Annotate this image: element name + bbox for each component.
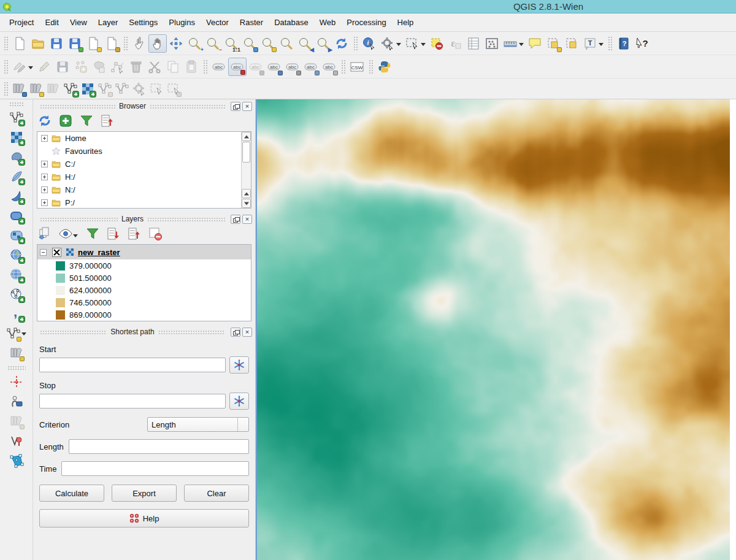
measure-button[interactable] (501, 34, 519, 53)
label-pin-button[interactable] (228, 58, 247, 76)
zoom-full-button[interactable] (240, 34, 259, 53)
add-georaster-layer-button[interactable] (8, 227, 25, 244)
menu-raster[interactable]: Raster (234, 15, 269, 29)
db-import-layer-button[interactable] (10, 80, 28, 98)
menu-help[interactable]: Help (392, 15, 420, 29)
add-feature-button[interactable] (72, 58, 90, 76)
add-wcs-layer-button[interactable] (8, 266, 25, 283)
open-project-button[interactable] (29, 34, 47, 53)
new-composer-button[interactable] (84, 34, 102, 53)
frame-edit-button[interactable] (165, 80, 182, 98)
copy-features-button[interactable] (164, 58, 182, 76)
browser-scrollbar[interactable] (241, 132, 251, 208)
zoom-native-button[interactable]: 1:1 (222, 34, 240, 53)
filter-legend-button[interactable] (85, 226, 101, 242)
browser-add-directory-button[interactable] (58, 113, 74, 129)
expand-all-button[interactable] (105, 226, 121, 242)
help-button[interactable]: Help (39, 509, 249, 527)
deselect-features-button[interactable] (427, 34, 446, 53)
cut-features-button[interactable] (145, 58, 164, 76)
start-input[interactable] (39, 358, 226, 372)
browser-item-h[interactable]: H:/ (37, 171, 251, 183)
legend-item[interactable]: 624.000000 (37, 284, 251, 296)
help-contents-button[interactable] (615, 34, 633, 53)
menu-database[interactable]: Database (269, 15, 314, 29)
current-edits-button[interactable] (10, 58, 29, 76)
metasearch-csw-button[interactable] (348, 58, 366, 76)
label-edit-button[interactable] (320, 58, 339, 76)
plugin-polygon-button[interactable] (8, 452, 25, 469)
toolbar-grip[interactable] (9, 102, 24, 106)
collapse-all-button[interactable] (126, 226, 142, 242)
new-spatialite-layer-button[interactable] (8, 345, 25, 362)
new-raster-layer-button[interactable] (79, 80, 96, 98)
whats-this-button[interactable] (633, 34, 651, 53)
db-layer-button[interactable] (45, 80, 62, 98)
toggle-editing-button[interactable] (35, 58, 53, 76)
statistics-button[interactable] (483, 34, 501, 53)
dropdown-caret-icon[interactable] (396, 43, 401, 46)
add-delimited-text-button[interactable] (8, 305, 25, 323)
label-mouse-button[interactable] (247, 58, 265, 76)
clear-button[interactable]: Clear (184, 485, 249, 502)
zoom-out-button[interactable]: − (204, 34, 222, 53)
add-oracle-layer-button[interactable] (8, 207, 25, 224)
select-features-button[interactable] (403, 34, 421, 53)
tree-expander[interactable] (41, 135, 48, 142)
label-anchor-button[interactable] (302, 58, 320, 76)
dropdown-caret-icon[interactable] (21, 332, 26, 336)
map-canvas[interactable] (257, 99, 730, 560)
stop-input[interactable] (39, 394, 226, 408)
plugin-roadgraph-button[interactable] (8, 432, 25, 450)
capture-stop-button[interactable] (229, 393, 249, 410)
zoom-to-layer-button[interactable] (277, 34, 296, 53)
add-group-button[interactable] (37, 226, 53, 242)
criterion-select[interactable]: Length (147, 417, 249, 432)
time-input[interactable] (61, 461, 249, 476)
export-button[interactable]: Export (112, 485, 177, 502)
tools-wrench-button[interactable] (131, 80, 148, 98)
save-project-as-button[interactable] (66, 34, 84, 53)
paste-features-button[interactable] (182, 58, 201, 76)
add-postgis-layer-button[interactable] (8, 148, 25, 166)
menu-edit[interactable]: Edit (39, 15, 64, 29)
label-abc-button[interactable] (210, 58, 228, 76)
zoom-to-selection-button[interactable] (259, 34, 277, 53)
run-feature-action-button[interactable] (378, 34, 397, 53)
select-by-expression-button[interactable] (446, 34, 464, 53)
layers-close-button[interactable]: × (242, 215, 252, 224)
capture-start-button[interactable] (229, 356, 249, 374)
manage-visibility-button[interactable] (58, 226, 74, 242)
pan-to-selection-button[interactable] (167, 34, 185, 53)
dropdown-caret-icon[interactable] (599, 43, 604, 46)
shortest-path-close-button[interactable]: × (242, 328, 252, 337)
db-new-layer-button[interactable] (28, 80, 45, 98)
node-tool-button[interactable] (109, 58, 127, 76)
add-mssql-layer-button[interactable] (8, 188, 25, 205)
refresh-map-button[interactable] (332, 34, 351, 53)
browser-close-button[interactable]: × (242, 102, 252, 111)
add-spatialite-layer-button[interactable] (8, 168, 25, 185)
scroll-up2-button[interactable] (242, 189, 251, 198)
dropdown-caret-icon[interactable] (421, 43, 426, 46)
layer-name[interactable]: new_raster (78, 248, 120, 257)
plugin-osm-button[interactable] (8, 393, 25, 410)
zoom-next-button[interactable]: ▶ (314, 34, 332, 53)
menu-plugins[interactable]: Plugins (163, 15, 201, 29)
delete-selected-button[interactable] (127, 58, 145, 76)
add-wms-layer-button[interactable] (8, 247, 25, 264)
map-tips-button[interactable] (526, 34, 544, 53)
label-visibility-button[interactable] (265, 58, 283, 76)
remove-layer-button[interactable] (147, 226, 163, 242)
menu-processing[interactable]: Processing (341, 15, 391, 29)
pan-map-button[interactable] (148, 34, 167, 53)
zoom-last-button[interactable]: ◀ (296, 34, 314, 53)
browser-item-n[interactable]: N:/ (37, 183, 251, 196)
python-console-button[interactable] (375, 58, 394, 76)
plugin-crosshair-button[interactable] (8, 374, 25, 391)
new-vector-layer-button[interactable] (62, 80, 79, 98)
add-wfs-layer-button[interactable] (8, 286, 25, 303)
legend-item[interactable]: 501.500000 (37, 272, 251, 284)
layer-checkbox[interactable] (52, 248, 61, 257)
identify-features-button[interactable] (360, 34, 378, 53)
